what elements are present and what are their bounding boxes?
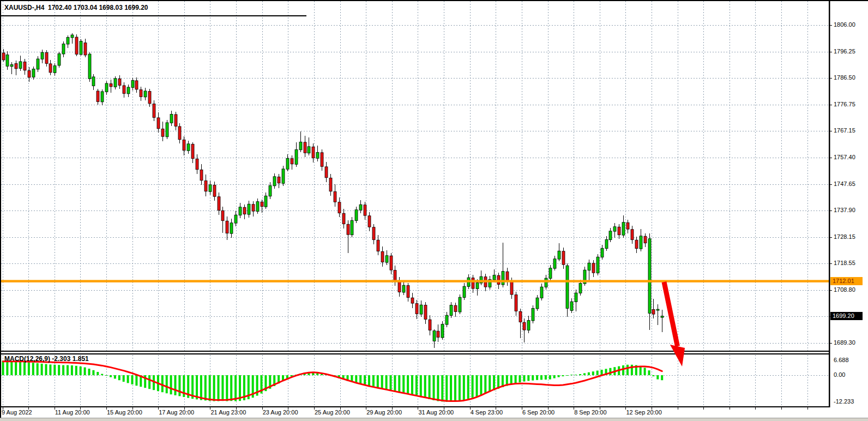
macd-scale-label: -12.233 — [834, 398, 854, 405]
macd-indicator-label: MACD(12,26,9) -2.303 1.851 — [4, 355, 89, 363]
time-axis-label: 4 Sep 23:00 — [471, 409, 503, 416]
macd-scale-label: 0.00 — [834, 371, 845, 378]
time-axis-label: 21 Aug 23:00 — [211, 409, 246, 416]
price-axis-label: 1786.50 — [834, 74, 855, 81]
time-axis-label: 9 Aug 2022 — [2, 409, 32, 416]
price-axis-label: 1776.75 — [834, 101, 855, 107]
hline-price-badge: 1712.01 — [830, 277, 863, 285]
price-axis-label: 1718.55 — [834, 260, 855, 266]
price-axis-label: 1747.65 — [834, 181, 855, 187]
time-axis-label: 25 Aug 20:00 — [315, 409, 350, 416]
macd-scale-label: 6.688 — [834, 357, 849, 363]
time-axis-label: 6 Sep 20:00 — [522, 409, 554, 416]
price-axis-label: 1806.00 — [834, 21, 855, 28]
price-chart-canvas[interactable] — [0, 0, 868, 421]
symbol-title: XAUUSD-,H4 1702.40 1703.04 1698.03 1699.… — [4, 4, 148, 11]
time-axis-label: 23 Aug 20:00 — [263, 409, 298, 416]
time-axis-label: 29 Aug 20:00 — [366, 409, 402, 416]
price-axis-label: 1767.15 — [834, 127, 855, 134]
time-axis-label: 8 Sep 20:00 — [574, 409, 606, 416]
price-axis-label: 1708.80 — [834, 286, 855, 293]
price-axis-label: 1737.90 — [834, 207, 855, 213]
chart-window: XAUUSD-,H4 1702.40 1703.04 1698.03 1699.… — [0, 0, 868, 421]
price-axis-label: 1757.40 — [834, 154, 855, 160]
time-axis-label: 31 Aug 20:00 — [418, 409, 454, 416]
window-bottom-edge — [0, 418, 868, 421]
time-axis-label: 12 Sep 20:00 — [626, 409, 661, 416]
time-axis-label: 15 Aug 20:00 — [107, 409, 142, 416]
bid-price-badge: 1699.20 — [830, 312, 863, 320]
price-axis-label: 1796.25 — [834, 48, 855, 55]
price-axis-label: 1728.15 — [834, 233, 855, 240]
time-axis-label: 17 Aug 20:00 — [159, 409, 194, 416]
price-axis-label: 1689.30 — [834, 339, 855, 346]
time-axis-label: 11 Aug 20:00 — [55, 409, 90, 416]
